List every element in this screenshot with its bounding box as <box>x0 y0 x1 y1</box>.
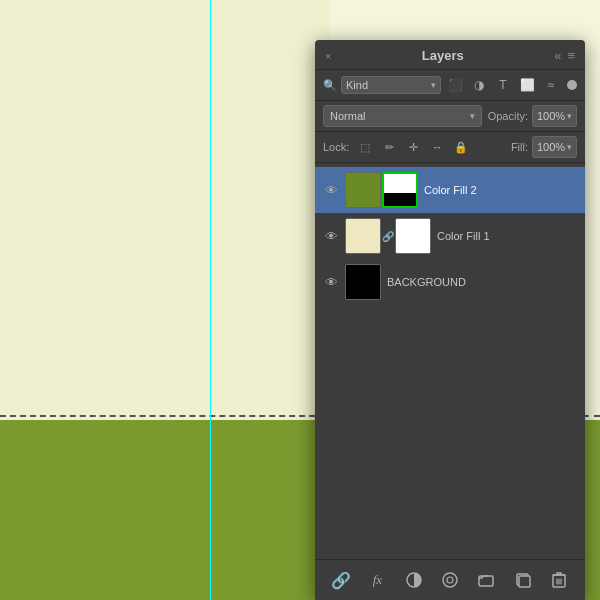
layer-name-background: BACKGROUND <box>387 276 577 288</box>
lock-move-icon[interactable]: ✛ <box>403 137 423 157</box>
dashed-border-left <box>0 415 355 420</box>
lock-all-icon[interactable]: 🔒 <box>451 137 471 157</box>
lock-label: Lock: <box>323 141 349 153</box>
lock-icons: ⬚ ✏ ✛ ↔ 🔒 <box>355 137 505 157</box>
blend-mode-value: Normal <box>330 110 365 122</box>
filter-adjust-icon[interactable]: ◑ <box>469 75 489 95</box>
layer-color-thumb-color-fill-1 <box>345 218 381 254</box>
fill-row: Fill: 100% ▾ <box>511 136 577 158</box>
lock-pixels-icon[interactable]: ⬚ <box>355 137 375 157</box>
add-mask-button[interactable] <box>438 568 462 592</box>
opacity-input[interactable]: 100% ▾ <box>532 105 577 127</box>
panel-toolbar: 🔗 fx <box>315 559 585 600</box>
layer-mask-thumb-color-fill-2 <box>382 172 418 208</box>
svg-rect-5 <box>519 576 530 587</box>
svg-point-2 <box>447 577 453 583</box>
cyan-guide-line <box>210 0 211 600</box>
filter-shape-icon[interactable]: ⬜ <box>517 75 537 95</box>
layers-panel: × Layers « ≡ 🔍 Kind ▾ ⬛ ◑ T ⬜ ≈ Normal ▾… <box>315 40 585 600</box>
lock-artboard-icon[interactable]: ↔ <box>427 137 447 157</box>
blend-mode-select[interactable]: Normal ▾ <box>323 105 482 127</box>
mask-thumbnail-color-fill-2 <box>384 174 416 206</box>
layer-item-color-fill-2[interactable]: 👁 Color Fill 2 <box>315 167 585 213</box>
lock-draw-icon[interactable]: ✏ <box>379 137 399 157</box>
delete-layer-button[interactable] <box>547 568 571 592</box>
add-adjustment-layer-button[interactable] <box>402 568 426 592</box>
link-layers-button[interactable]: 🔗 <box>329 568 353 592</box>
fill-label: Fill: <box>511 141 528 153</box>
background-color-swatch <box>346 265 380 299</box>
layer-name-color-fill-2: Color Fill 2 <box>424 184 577 196</box>
blend-opacity-row: Normal ▾ Opacity: 100% ▾ <box>315 101 585 132</box>
mask-thumbnail-color-fill-1 <box>396 219 430 253</box>
color-fill-2-color-swatch <box>346 173 380 207</box>
fill-input[interactable]: 100% ▾ <box>532 136 577 158</box>
fill-chevron: ▾ <box>567 142 572 152</box>
new-layer-button[interactable] <box>511 568 535 592</box>
layer-thumb-background <box>345 264 381 300</box>
color-fill-1-color-swatch <box>346 219 380 253</box>
panel-title: Layers <box>422 48 464 63</box>
filter-smart-icon[interactable]: ≈ <box>541 75 561 95</box>
layer-name-color-fill-1: Color Fill 1 <box>437 230 577 242</box>
filter-type-icon[interactable]: T <box>493 75 513 95</box>
panel-menu-icon[interactable]: ≡ <box>567 48 575 63</box>
filter-pixel-icon[interactable]: ⬛ <box>445 75 465 95</box>
layer-mask-thumb-color-fill-1 <box>395 218 431 254</box>
filter-dot-icon[interactable] <box>567 80 577 90</box>
blend-mode-chevron: ▾ <box>470 111 475 121</box>
search-icon: 🔍 <box>323 79 337 92</box>
layer-visibility-background[interactable]: 👁 <box>323 275 339 290</box>
chain-link-icon: 🔗 <box>382 231 394 242</box>
new-group-button[interactable] <box>474 568 498 592</box>
layer-color-thumb-color-fill-2 <box>345 172 381 208</box>
layer-fx-button[interactable]: fx <box>365 568 389 592</box>
opacity-chevron: ▾ <box>567 111 572 121</box>
opacity-row: Opacity: 100% ▾ <box>488 105 577 127</box>
lock-row: Lock: ⬚ ✏ ✛ ↔ 🔒 Fill: 100% ▾ <box>315 132 585 163</box>
kind-select-label: Kind <box>346 79 368 91</box>
layer-thumbs-background <box>345 264 381 300</box>
canvas-top <box>0 0 330 420</box>
panel-close-button[interactable]: × <box>325 50 331 62</box>
collapse-icon[interactable]: « <box>554 48 561 63</box>
panel-header: × Layers « ≡ <box>315 40 585 70</box>
filter-bar: 🔍 Kind ▾ ⬛ ◑ T ⬜ ≈ <box>315 70 585 101</box>
layers-list: 👁 Color Fill 2 👁 🔗 <box>315 163 585 559</box>
layer-visibility-color-fill-1[interactable]: 👁 <box>323 229 339 244</box>
opacity-label: Opacity: <box>488 110 528 122</box>
kind-select-chevron: ▾ <box>431 80 436 90</box>
layer-thumbs-color-fill-2 <box>345 172 418 208</box>
layer-thumbs-color-fill-1: 🔗 <box>345 218 431 254</box>
svg-point-1 <box>443 573 457 587</box>
layer-visibility-color-fill-2[interactable]: 👁 <box>323 183 339 198</box>
kind-select[interactable]: Kind ▾ <box>341 76 441 94</box>
panel-header-icons: « ≡ <box>554 48 575 63</box>
layer-item-color-fill-1[interactable]: 👁 🔗 Color Fill 1 <box>315 213 585 259</box>
layer-item-background[interactable]: 👁 BACKGROUND <box>315 259 585 305</box>
